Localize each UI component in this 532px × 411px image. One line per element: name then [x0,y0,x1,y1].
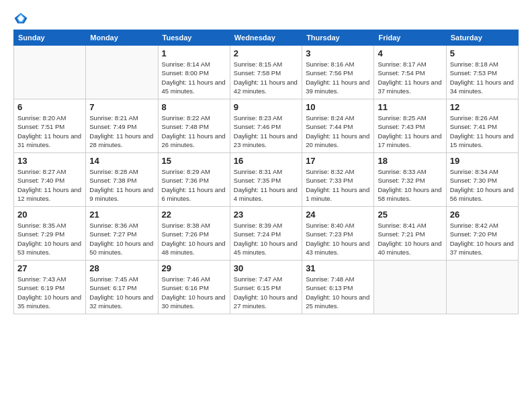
day-number: 27 [17,263,82,273]
calendar-cell: 8Sunrise: 8:22 AMSunset: 7:48 PMDaylight… [158,99,230,153]
generalblue-logo-icon [13,11,28,26]
day-number: 17 [306,156,370,166]
week-row-3: 13Sunrise: 8:27 AMSunset: 7:40 PMDayligh… [14,153,519,207]
day-number: 28 [89,263,154,273]
day-info: Sunrise: 7:48 AMSunset: 6:13 PMDaylight:… [306,275,370,310]
calendar-cell: 28Sunrise: 7:45 AMSunset: 6:17 PMDayligh… [86,261,158,314]
day-info: Sunrise: 8:16 AMSunset: 7:56 PMDaylight:… [306,60,370,95]
day-info: Sunrise: 7:43 AMSunset: 6:19 PMDaylight:… [17,275,82,310]
header [13,11,519,26]
day-number: 1 [162,48,226,58]
day-info: Sunrise: 8:39 AMSunset: 7:24 PMDaylight:… [234,221,298,257]
calendar-cell: 14Sunrise: 8:28 AMSunset: 7:38 PMDayligh… [86,153,158,207]
day-number: 25 [378,210,442,220]
day-number: 26 [450,210,515,220]
weekday-header-tuesday: Tuesday [158,30,230,46]
calendar-cell: 13Sunrise: 8:27 AMSunset: 7:40 PMDayligh… [14,153,86,207]
logo [13,11,31,26]
calendar-cell: 22Sunrise: 8:38 AMSunset: 7:26 PMDayligh… [158,207,230,261]
calendar-cell: 7Sunrise: 8:21 AMSunset: 7:49 PMDaylight… [86,99,158,153]
weekday-header-row: SundayMondayTuesdayWednesdayThursdayFrid… [14,30,519,46]
day-info: Sunrise: 7:46 AMSunset: 6:16 PMDaylight:… [162,275,226,310]
calendar-cell: 29Sunrise: 7:46 AMSunset: 6:16 PMDayligh… [158,261,230,314]
calendar-cell: 20Sunrise: 8:35 AMSunset: 7:29 PMDayligh… [14,207,86,261]
day-number: 5 [450,48,515,58]
day-info: Sunrise: 8:36 AMSunset: 7:27 PMDaylight:… [89,221,154,257]
day-info: Sunrise: 8:28 AMSunset: 7:38 PMDaylight:… [89,167,154,203]
calendar-cell: 25Sunrise: 8:41 AMSunset: 7:21 PMDayligh… [374,207,446,261]
day-number: 18 [378,156,442,166]
day-info: Sunrise: 8:41 AMSunset: 7:21 PMDaylight:… [378,221,442,257]
day-info: Sunrise: 8:25 AMSunset: 7:43 PMDaylight:… [378,113,442,149]
weekday-header-saturday: Saturday [446,30,518,46]
day-info: Sunrise: 8:18 AMSunset: 7:53 PMDaylight:… [450,60,515,95]
week-row-1: 1Sunrise: 8:14 AMSunset: 8:00 PMDaylight… [14,46,519,99]
day-info: Sunrise: 8:42 AMSunset: 7:20 PMDaylight:… [450,221,515,257]
day-number: 14 [89,156,154,166]
day-info: Sunrise: 8:14 AMSunset: 8:00 PMDaylight:… [162,60,226,95]
day-number: 24 [306,210,370,220]
day-info: Sunrise: 8:31 AMSunset: 7:35 PMDaylight:… [234,167,298,203]
calendar-cell: 24Sunrise: 8:40 AMSunset: 7:23 PMDayligh… [302,207,374,261]
day-info: Sunrise: 8:26 AMSunset: 7:41 PMDaylight:… [450,113,515,149]
day-info: Sunrise: 8:20 AMSunset: 7:51 PMDaylight:… [17,113,82,149]
day-info: Sunrise: 8:22 AMSunset: 7:48 PMDaylight:… [162,113,226,149]
day-info: Sunrise: 8:27 AMSunset: 7:40 PMDaylight:… [17,167,82,203]
day-number: 15 [162,156,226,166]
day-info: Sunrise: 8:15 AMSunset: 7:58 PMDaylight:… [234,60,298,95]
day-number: 10 [306,102,370,112]
week-row-4: 20Sunrise: 8:35 AMSunset: 7:29 PMDayligh… [14,207,519,261]
day-number: 31 [306,263,370,273]
calendar-cell: 2Sunrise: 8:15 AMSunset: 7:58 PMDaylight… [230,46,302,99]
day-number: 7 [89,102,154,112]
day-info: Sunrise: 8:33 AMSunset: 7:32 PMDaylight:… [378,167,442,203]
day-number: 30 [234,263,298,273]
calendar-cell: 3Sunrise: 8:16 AMSunset: 7:56 PMDaylight… [302,46,374,99]
calendar-cell [14,46,86,99]
week-row-5: 27Sunrise: 7:43 AMSunset: 6:19 PMDayligh… [14,261,519,314]
week-row-2: 6Sunrise: 8:20 AMSunset: 7:51 PMDaylight… [14,99,519,153]
day-info: Sunrise: 7:47 AMSunset: 6:15 PMDaylight:… [234,275,298,310]
day-number: 6 [17,102,82,112]
day-info: Sunrise: 8:35 AMSunset: 7:29 PMDaylight:… [17,221,82,257]
calendar-cell: 15Sunrise: 8:29 AMSunset: 7:36 PMDayligh… [158,153,230,207]
day-number: 11 [378,102,442,112]
day-number: 3 [306,48,370,58]
day-info: Sunrise: 8:34 AMSunset: 7:30 PMDaylight:… [450,167,515,203]
day-number: 12 [450,102,515,112]
day-number: 19 [450,156,515,166]
calendar-cell: 5Sunrise: 8:18 AMSunset: 7:53 PMDaylight… [446,46,518,99]
weekday-header-sunday: Sunday [14,30,86,46]
day-number: 20 [17,210,82,220]
calendar-cell: 10Sunrise: 8:24 AMSunset: 7:44 PMDayligh… [302,99,374,153]
day-number: 23 [234,210,298,220]
weekday-header-wednesday: Wednesday [230,30,302,46]
day-number: 8 [162,102,226,112]
calendar-cell: 9Sunrise: 8:23 AMSunset: 7:46 PMDaylight… [230,99,302,153]
calendar-cell: 17Sunrise: 8:32 AMSunset: 7:33 PMDayligh… [302,153,374,207]
day-number: 4 [378,48,442,58]
page: SundayMondayTuesdayWednesdayThursdayFrid… [0,0,532,411]
day-number: 29 [162,263,226,273]
day-info: Sunrise: 8:29 AMSunset: 7:36 PMDaylight:… [162,167,226,203]
calendar-cell: 12Sunrise: 8:26 AMSunset: 7:41 PMDayligh… [446,99,518,153]
day-info: Sunrise: 8:21 AMSunset: 7:49 PMDaylight:… [89,113,154,149]
calendar-cell: 11Sunrise: 8:25 AMSunset: 7:43 PMDayligh… [374,99,446,153]
day-number: 21 [89,210,154,220]
calendar-cell: 19Sunrise: 8:34 AMSunset: 7:30 PMDayligh… [446,153,518,207]
calendar-cell: 21Sunrise: 8:36 AMSunset: 7:27 PMDayligh… [86,207,158,261]
calendar-cell [86,46,158,99]
day-number: 9 [234,102,298,112]
day-info: Sunrise: 8:40 AMSunset: 7:23 PMDaylight:… [306,221,370,257]
day-info: Sunrise: 8:38 AMSunset: 7:26 PMDaylight:… [162,221,226,257]
calendar-cell: 16Sunrise: 8:31 AMSunset: 7:35 PMDayligh… [230,153,302,207]
weekday-header-friday: Friday [374,30,446,46]
calendar-cell: 23Sunrise: 8:39 AMSunset: 7:24 PMDayligh… [230,207,302,261]
calendar-cell: 6Sunrise: 8:20 AMSunset: 7:51 PMDaylight… [14,99,86,153]
weekday-header-monday: Monday [86,30,158,46]
calendar-cell: 31Sunrise: 7:48 AMSunset: 6:13 PMDayligh… [302,261,374,314]
day-number: 13 [17,156,82,166]
day-info: Sunrise: 8:17 AMSunset: 7:54 PMDaylight:… [378,60,442,95]
day-info: Sunrise: 8:24 AMSunset: 7:44 PMDaylight:… [306,113,370,149]
weekday-header-thursday: Thursday [302,30,374,46]
